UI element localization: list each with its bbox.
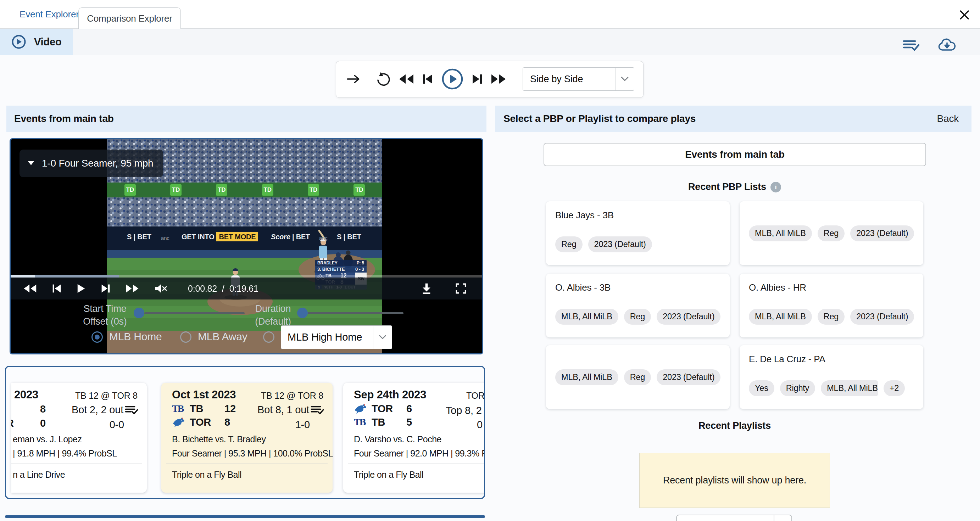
video-progress-bar[interactable] bbox=[11, 275, 482, 278]
pbp-list-card[interactable]: MLB, All MiLB Reg 2023 (Default) bbox=[740, 201, 923, 265]
camera-angle-value: MLB High Home bbox=[288, 331, 362, 343]
tab-comparison-explorer[interactable]: Comparison Explorer bbox=[78, 8, 181, 29]
previous-frame-icon[interactable] bbox=[52, 284, 62, 294]
chevron-down-icon bbox=[373, 335, 392, 340]
fast-forward-icon[interactable] bbox=[126, 284, 140, 294]
pitch-overlay-dropdown[interactable]: 1-0 Four Seamer, 95 mph bbox=[19, 149, 163, 177]
jump-to-icon[interactable] bbox=[347, 74, 360, 84]
filter-chip: 2023 (Default) bbox=[850, 226, 914, 241]
playlists-empty-state: Recent playlists will show up here. bbox=[639, 453, 830, 508]
td-logo: TD bbox=[124, 184, 136, 195]
matchup-players: B. Bichette vs. T. Bradley bbox=[172, 434, 266, 445]
td-logo: TD bbox=[170, 184, 181, 195]
filter-chip: MLB, All MiLB bbox=[555, 369, 618, 385]
sbet-sign: S | BET bbox=[127, 233, 151, 241]
section-toolbar: Video bbox=[0, 29, 980, 55]
filter-chip: MLB, All MiLB bbox=[749, 309, 812, 325]
home-abbr: TOR bbox=[190, 416, 224, 428]
radio-mlb-home[interactable] bbox=[91, 331, 103, 343]
home-score: 8 bbox=[224, 416, 230, 428]
right-panel-title: Select a PBP or Playlist to compare play… bbox=[503, 113, 696, 124]
duration-slider-track[interactable] bbox=[308, 312, 404, 314]
radio-mlb-away-label: MLB Away bbox=[198, 331, 248, 343]
scorebug-pitch-count: P: 5 bbox=[357, 260, 364, 265]
left-panel-title: Events from main tab bbox=[14, 113, 114, 124]
fast-forward-icon[interactable] bbox=[491, 73, 507, 85]
pitch-overlay-label: 1-0 Four Seamer, 95 mph bbox=[42, 158, 153, 169]
event-card-selected[interactable]: Oct 1st 2023 TB 12 @ TOR 8 TB TB 12 TOR … bbox=[161, 383, 332, 492]
radio-custom-angle[interactable] bbox=[263, 331, 274, 343]
rewind-icon[interactable] bbox=[23, 284, 37, 294]
filter-chip: Reg bbox=[555, 237, 582, 253]
score-bet-sign: Score | BET bbox=[271, 233, 310, 241]
pbp-list-card[interactable]: MLB, All MiLB Reg 2023 (Default) bbox=[546, 345, 730, 409]
filter-chip: 2023 (Default) bbox=[657, 309, 721, 325]
video-section-header[interactable]: Video bbox=[0, 29, 73, 55]
event-card[interactable]: Sep 24th 2023 TOR TOR 6 TB TB 5 Top 8, 2 bbox=[343, 383, 485, 492]
duration-slider-thumb[interactable] bbox=[297, 308, 308, 318]
play-icon[interactable] bbox=[76, 284, 86, 294]
game-state: Bot 2, 2 out bbox=[72, 404, 138, 416]
rays-logo: TB bbox=[354, 416, 365, 428]
video-section-label: Video bbox=[34, 36, 61, 48]
info-icon[interactable]: i bbox=[770, 182, 781, 192]
filter-chip: Yes bbox=[749, 380, 774, 396]
fullscreen-icon[interactable] bbox=[455, 283, 466, 294]
pitch-info: | 91.8 MPH | 99.4% ProbSL bbox=[13, 448, 117, 459]
td-banner: TD TD TD TD TD TD bbox=[107, 183, 382, 197]
bluejays-logo bbox=[354, 403, 372, 414]
close-icon[interactable] bbox=[958, 8, 971, 21]
pbp-list-card[interactable]: E. De La Cruz - PA Yes Righty MLB, All M… bbox=[740, 345, 923, 409]
pitch-count: 0-0 bbox=[110, 419, 124, 430]
matchup-players: eman vs. J. Lopez bbox=[13, 434, 81, 445]
td-logo: TD bbox=[308, 184, 319, 195]
pbp-card-title: O. Albies - 3B bbox=[555, 282, 721, 293]
playlist-check-icon bbox=[125, 405, 138, 415]
radio-mlb-away[interactable] bbox=[180, 331, 191, 343]
start-offset-slider-thumb[interactable] bbox=[134, 308, 144, 318]
play-button[interactable] bbox=[441, 68, 464, 91]
betmode-sign: GET INTOBET MODE bbox=[181, 233, 258, 241]
back-button[interactable]: Back bbox=[937, 113, 959, 124]
away-score: 6 bbox=[406, 403, 412, 415]
event-matchup: TOR bbox=[466, 391, 485, 401]
rewind-icon[interactable] bbox=[398, 73, 414, 85]
pbp-list-card[interactable]: O. Albies - 3B MLB, All MiLB Reg 2023 (D… bbox=[546, 273, 730, 337]
download-icon[interactable] bbox=[420, 283, 433, 294]
start-offset-slider-track[interactable] bbox=[144, 312, 245, 314]
event-matchup: TB 12 @ TOR 8 bbox=[75, 391, 138, 401]
played-bar bbox=[11, 275, 35, 278]
cloud-download-icon[interactable] bbox=[937, 38, 956, 52]
camera-angle-select[interactable]: MLB High Home bbox=[281, 326, 392, 349]
caret-down-icon bbox=[28, 161, 34, 165]
events-source-button[interactable]: Events from main tab bbox=[544, 143, 926, 166]
playlist-check-icon[interactable] bbox=[903, 39, 920, 52]
partial-dropdown[interactable] bbox=[676, 515, 792, 521]
previous-frame-icon[interactable] bbox=[422, 73, 433, 85]
event-card[interactable]: 2023 TB 12 @ TOR 8 8 R 0 Bot 2, 2 out 0-… bbox=[11, 383, 147, 492]
game-state: Top 8, 2 c bbox=[446, 405, 485, 416]
tab-event-explorer[interactable]: Event Explorer bbox=[19, 0, 79, 29]
next-frame-icon[interactable] bbox=[101, 284, 111, 294]
replay-icon[interactable] bbox=[376, 71, 390, 86]
playback-transport-bar: Side by Side bbox=[336, 61, 644, 98]
video-player: TD TD TD TD TD TD S | BET anc GET INTOBE… bbox=[10, 138, 483, 354]
mute-icon[interactable] bbox=[154, 283, 167, 294]
filter-chip: MLB, All MiLB bbox=[821, 380, 878, 396]
pbp-list-card[interactable]: Blue Jays - 3B Reg 2023 (Default) bbox=[546, 201, 730, 265]
playlist-check-icon bbox=[310, 405, 324, 415]
chevron-cell bbox=[774, 515, 791, 521]
video-timecode: 0:00.82/0:19.61 bbox=[188, 284, 258, 294]
filter-chip: Righty bbox=[780, 380, 815, 396]
matchup-players: D. Varsho vs. C. Poche bbox=[354, 434, 441, 445]
tab-bar: Event Explorer Comparison Explorer bbox=[0, 0, 980, 29]
pitch-count: 1-0 bbox=[295, 419, 310, 430]
next-frame-icon[interactable] bbox=[472, 73, 483, 85]
layout-mode-select[interactable]: Side by Side bbox=[523, 67, 634, 91]
pitch-count: 0 bbox=[477, 419, 482, 430]
pbp-list-card[interactable]: O. Albies - HR MLB, All MiLB Reg 2023 (D… bbox=[740, 273, 923, 337]
filter-chip: Reg bbox=[624, 369, 651, 385]
pbp-card-title: E. De La Cruz - PA bbox=[749, 354, 914, 365]
away-abbr: TOR bbox=[372, 403, 406, 415]
away-abbr: TB bbox=[190, 403, 224, 415]
